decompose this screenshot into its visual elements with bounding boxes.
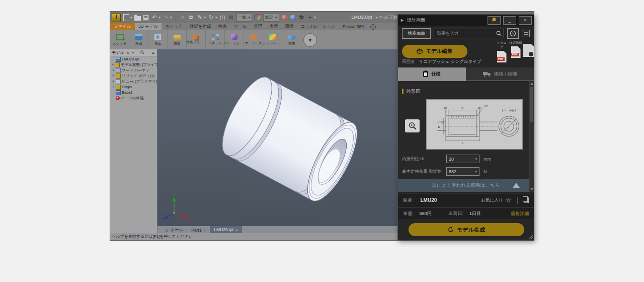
favorite-star-icon[interactable]: ☆ [505,197,511,203]
tab-collaborate[interactable]: コラボレーション [297,23,339,30]
close-tab-icon[interactable]: × [235,228,238,232]
tree-item-model-states[interactable]: +モデル状態: [プライマリ] [110,62,157,67]
material-select[interactable]: 一般▾ [236,14,253,22]
tree-item-view[interactable]: +ビュー: [プライマリ] [110,79,157,84]
price-detail-link[interactable]: 価格詳細 [511,210,529,217]
tab-file[interactable]: ファイル [110,23,135,30]
update-button[interactable]: ↻ [208,14,214,21]
ribbon-button-simulation[interactable]: シミュレー... [263,30,282,49]
ribbon-button-surface[interactable]: サーフェス [244,30,263,49]
outline-drawing[interactable]: W B W (t) D D1 L (シール付) ⌀ [426,99,523,150]
new-file-chevron-icon[interactable]: ▾ [130,16,132,20]
tab-price-delivery[interactable]: 価格 / 納期 [466,67,534,81]
tab-manage[interactable]: 管理 [251,23,266,30]
inner-diameter-select[interactable]: 20▾ [446,155,479,163]
copy-icon[interactable] [524,197,529,203]
tree-item-solid-bodies[interactable]: +ソリッド ボディ(1) [110,73,157,79]
tab-sketch[interactable]: スケッチ [162,23,186,30]
tab-environments[interactable]: 環境 [282,23,297,30]
history-button[interactable] [507,28,519,39]
new-file-button[interactable] [123,14,129,21]
update-chevron-icon[interactable]: ▾ [215,16,217,20]
tree-item-end-of-part[interactable]: パーツの終端 [110,95,157,101]
part-number-input[interactable] [436,30,494,36]
deactivate-button[interactable]: ⊗ [228,14,234,21]
resize-grip-icon[interactable] [528,234,533,239]
tab-3d-model[interactable]: 3D モデル [135,23,162,30]
catalog-pdf-button[interactable]: カタログ PDF [495,41,508,62]
tree-item-base1[interactable]: Base1 [110,90,157,95]
tab-spec[interactable]: 仕様 [398,67,466,81]
clear-appearance-icon[interactable] [290,14,296,21]
ship-date-value: 1日目 [469,210,481,217]
part-number-field[interactable] [434,29,504,38]
redo-button[interactable]: ↷ [163,14,169,21]
model-edit-button[interactable]: モデル編集 [402,45,467,58]
ribbon-button-freeform[interactable]: フリーフォー... [225,30,244,49]
parameters-button[interactable]: fx [298,14,305,21]
tree-item-third-party[interactable]: +サード パーティ [110,67,157,73]
switch-window-button[interactable]: ⧉ [188,14,195,21]
generate-model-button[interactable]: モデル生成 [409,223,524,236]
svg-text:D1: D1 [441,121,445,124]
ribbon-button-sketch[interactable]: スケッチ [110,30,129,49]
scroll-down-icon[interactable] [530,188,533,190]
comment-icon[interactable] [522,30,530,37]
panel-scrollbar[interactable] [529,81,534,192]
drawing-zoom-button[interactable] [405,119,420,132]
ribbon-collapse-button[interactable]: ▼ [303,33,317,47]
add-toolbar-button[interactable]: + [307,14,313,21]
sketch-tool-chevron-icon[interactable]: ▾ [204,16,206,20]
ribbon-button-create[interactable]: 作成 [129,30,148,49]
modify-icon [154,34,161,40]
ribbon-options-button[interactable]: ▾ [370,23,376,30]
close-tab-icon[interactable]: × [204,228,206,233]
inventor-logo-icon[interactable]: I [112,13,121,22]
ribbon-button-work-features[interactable]: 作業フィー... [187,30,206,49]
search-icon[interactable] [496,31,502,36]
spec-row-load-rating: 基本定格荷重 動定格 882▾ N [402,167,487,176]
tree-item-origin[interactable]: +Origin [110,84,157,90]
tab-tools[interactable]: ツール [230,23,251,30]
quote-document-icon[interactable] [523,44,534,57]
adjust-appearance-icon[interactable] [281,14,288,21]
ribbon-button-modify[interactable]: 修正 [148,30,168,49]
sketch-tool-button[interactable]: ✎ [197,14,203,21]
tab-view[interactable]: 表示 [266,23,282,30]
appearance-select[interactable]: 既定▾ [263,14,279,22]
close-button[interactable]: × [519,16,532,25]
part-document-icon [116,57,121,62]
tab-annotate[interactable]: 注記を作成 [186,23,215,30]
scroll-up-icon[interactable] [530,83,533,85]
suggest-parts-bar[interactable]: 次によく使われる部品はこちら [398,179,534,192]
home-view-button[interactable]: ⌂ [180,14,186,21]
save-button[interactable] [143,14,149,21]
search-screen-button[interactable]: 検索画面 [402,28,431,39]
load-rating-select[interactable]: 882▾ [446,167,479,176]
tech-info-pdf-button[interactable]: 技術情報 PDF [509,41,522,58]
measure-button[interactable]: ◳ [219,14,226,21]
browser-menu-icon[interactable]: ≡ [152,50,154,55]
browser-search-icon[interactable] [140,50,144,55]
ribbon-button-pattern[interactable]: パターン [206,30,225,49]
ribbon-button-inspect[interactable]: 調査 [168,30,187,49]
redo-chevron-icon[interactable]: ▾ [170,16,172,20]
ribbon-button-convert[interactable]: 変換 [282,30,301,49]
color-wheel-icon[interactable] [254,14,261,21]
tab-inspect[interactable]: 検査 [215,23,230,30]
tree-item-root[interactable]: LMU20.ipt [110,56,157,62]
toolbar-overflow-chevron-icon[interactable]: ▾ [314,16,316,20]
freeform-icon [231,34,237,40]
undo-chevron-icon[interactable]: ▾ [159,16,161,20]
tab-fusion360[interactable]: Fusion 360 [339,23,367,30]
open-button[interactable] [134,14,141,21]
inspect-icon [174,35,181,40]
browser-close-button[interactable]: × [127,50,129,55]
panel-logo-icon: ► [400,18,405,23]
minimize-button[interactable]: _ [503,16,516,25]
pin-button[interactable] [488,16,501,25]
undo-button[interactable]: ↶ [151,14,158,21]
browser-add-button[interactable]: + [132,50,134,55]
scroll-thumb[interactable] [530,87,533,122]
help-search[interactable]: ▸ヘルプお [376,12,397,23]
